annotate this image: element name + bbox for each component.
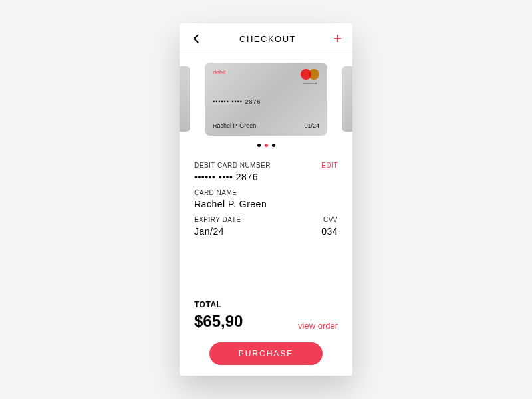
- purchase-button[interactable]: PURCHASE: [209, 342, 323, 365]
- card-number-masked: •••••• •••• 2876: [213, 98, 319, 105]
- view-order-link[interactable]: view order: [298, 321, 338, 331]
- edit-button[interactable]: EDIT: [321, 162, 338, 169]
- card-expiry: 01/24: [304, 122, 319, 129]
- payment-card[interactable]: debit mastercard •••••• •••• 2876 Rachel…: [205, 63, 327, 136]
- card-holder-name: Rachel P. Green: [213, 122, 256, 129]
- header-bar: CHECKOUT +: [180, 23, 352, 53]
- card-peek-prev[interactable]: [180, 66, 190, 132]
- cvv-value: 034: [321, 226, 338, 237]
- carousel-dots: [180, 144, 352, 147]
- number-value: •••••• •••• 2876: [194, 172, 338, 182]
- dot-1[interactable]: [265, 144, 268, 147]
- name-label: CARD NAME: [194, 189, 338, 196]
- cvv-label: CVV: [321, 216, 338, 223]
- dot-2[interactable]: [272, 144, 275, 147]
- number-label: DEBIT CARD NUMBER: [194, 162, 271, 169]
- card-peek-next[interactable]: [342, 66, 352, 132]
- back-button[interactable]: [190, 33, 202, 45]
- total-label: TOTAL: [194, 300, 243, 309]
- card-carousel[interactable]: debit mastercard •••••• •••• 2876 Rachel…: [180, 63, 352, 136]
- mastercard-icon: mastercard: [301, 69, 319, 81]
- checkout-screen: CHECKOUT + debit mastercard •••••• •••• …: [180, 23, 352, 376]
- name-value: Rachel P. Green: [194, 199, 338, 209]
- expiry-value: Jan/24: [194, 226, 241, 237]
- expiry-label: EXPIRY DATE: [194, 216, 241, 223]
- chevron-left-icon: [193, 34, 200, 43]
- page-title: CHECKOUT: [239, 34, 296, 44]
- total-amount: $65,90: [194, 312, 243, 331]
- total-row: TOTAL $65,90 view order: [180, 300, 352, 331]
- dot-0[interactable]: [257, 144, 261, 147]
- card-type-label: debit: [213, 69, 226, 76]
- add-card-button[interactable]: +: [333, 31, 342, 46]
- card-form: DEBIT CARD NUMBER EDIT •••••• •••• 2876 …: [180, 152, 352, 283]
